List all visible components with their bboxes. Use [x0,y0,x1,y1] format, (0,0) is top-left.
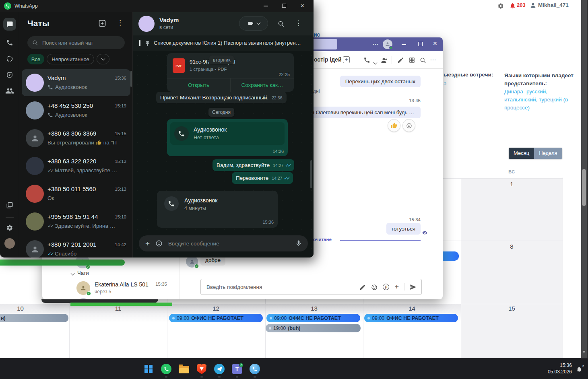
save-as-button[interactable]: Сохранить как… [231,78,294,92]
menu-kebab-icon[interactable]: ⋮ [117,19,124,27]
search-icon[interactable] [420,56,426,64]
nav-chats-icon[interactable] [3,18,16,31]
calendar-event[interactable]: 09:00ОФИС НЕ РАБОТАЕТ [266,314,360,322]
compose-icon[interactable] [397,56,404,64]
calendar-date[interactable]: 1 [461,181,563,187]
calendar-date[interactable]: 13 [265,305,363,312]
apps-grid-icon[interactable] [409,56,415,64]
nav-channels-icon[interactable] [6,71,13,78]
conversation-header[interactable]: Vadym в сети ⋮ [133,12,314,35]
avatar[interactable]: ✓ [76,281,90,295]
calendar-cell-weekend[interactable] [461,304,563,358]
month-view-button[interactable]: Месяц [509,148,534,159]
taskbar-whatsapp-icon[interactable] [158,359,174,379]
call-icon[interactable] [363,56,370,64]
calendar-date[interactable]: 15 [461,305,563,312]
thumbs-up-reaction[interactable] [388,119,400,132]
minimize-button[interactable] [402,44,406,45]
notifications-bell-icon[interactable] [510,2,516,9]
nav-communities-icon[interactable] [5,87,14,95]
notification-count[interactable]: 203 [517,2,526,8]
start-button[interactable] [140,359,157,379]
whatsapp-titlebar[interactable]: WhatsApp ✕ [0,0,314,12]
do-not-disturb-bell-icon[interactable]: z [576,365,582,373]
calendar-cell-weekend[interactable] [461,241,563,304]
calendar-cell-weekend[interactable] [461,178,563,241]
calendar-date[interactable]: 14 [363,305,461,312]
user-icon[interactable] [530,2,536,9]
video-call-button[interactable] [239,16,268,31]
chat-list-item[interactable]: +995 598 15 91 44 15:10 ✓✓Здравствуйте, … [22,208,130,235]
system-clock[interactable]: 15:36 05.03.2026 [548,363,572,375]
taskbar-brave-icon[interactable] [194,359,210,379]
send-icon[interactable] [410,283,417,290]
message-outgoing[interactable]: н Олегович перекинь цей сап мені будь ла… [307,107,421,118]
field-link-partial[interactable]: а [444,80,447,87]
nav-calls-icon[interactable] [6,39,13,46]
add-tab-icon[interactable]: + [343,56,350,63]
chat-list-item[interactable]: +380 63 322 8220 15:13 ✓✓Матвей, здравст… [22,152,130,179]
format-icon[interactable] [359,283,366,290]
close-button[interactable]: ✕ [433,40,437,47]
page-scrollbar-thumb[interactable] [582,169,586,206]
add-person-icon[interactable] [381,56,388,64]
open-button[interactable]: Открыть [167,78,231,92]
nav-media-icon[interactable] [6,201,13,209]
filter-unread[interactable]: Непрочитанное [47,54,94,64]
calendar-date[interactable]: 11 [69,305,167,312]
nav-settings-icon[interactable] [6,224,13,231]
message-outgoing[interactable]: Перезвоните14:27 ✓✓ [232,172,293,184]
nav-status-icon[interactable] [6,55,13,62]
chat-list-item[interactable]: +380 97 201 2001 14:42 ✓✓Спасибо [22,236,130,257]
menu-kebab-icon[interactable]: ⋮ [295,19,302,27]
calendar-event[interactable]: н) [0,314,68,322]
loop-icon[interactable]: p [383,284,389,290]
add-reaction-icon[interactable] [402,119,415,132]
chat-scrollbar-thumb[interactable] [310,160,312,188]
calendar-date[interactable]: 8 [461,243,563,250]
scrollbar-down-arrow[interactable] [582,351,586,353]
teams-profile-avatar[interactable] [383,39,392,49]
taskbar-explorer-icon[interactable] [176,359,192,379]
attach-plus-icon[interactable]: + [145,240,150,247]
outgoing-call-message[interactable]: Аудиозвонок Нет ответа 14:26 [167,119,288,156]
chevron-down-icon[interactable] [374,58,377,66]
emoji-icon[interactable] [371,283,378,290]
maximize-button[interactable] [418,42,423,46]
chat-item-name[interactable]: Ekaterina Alla LS 501 [95,281,149,288]
taskbar-teams-icon[interactable]: T✓ [229,359,245,379]
filter-all[interactable]: Все [27,54,44,64]
calendar-event[interactable]: 19:00(buh) [266,324,361,332]
chat-list-item[interactable]: +380 50 011 5560 15:13 Ок [22,180,130,207]
chat-list-item[interactable]: +380 63 306 3369 15:15 Вы отреагировалин… [22,125,130,152]
calendar-event[interactable]: 09:00ОФИС НЕ РАБОТАЕТ [169,314,263,322]
username[interactable]: Mikhail_471 [538,2,569,8]
calendar-date[interactable]: 10 [0,305,69,312]
more-icon[interactable]: … [430,55,436,62]
search-in-chat-icon[interactable] [278,20,285,27]
chat-list-item[interactable]: +48 452 530 250 15:19 Аудиозвонок [22,97,130,124]
teams-message-input[interactable]: Введіть повідомлення p + [200,279,422,295]
pinned-message-bar[interactable]: Список документов Юлия 1) Паспорта заяви… [133,35,314,51]
taskbar-phone-app-icon[interactable] [247,359,263,379]
calendar-date[interactable]: 12 [167,305,265,312]
message-incoming[interactable]: Привет Михаил! Возвращаю подписанный.22:… [156,92,287,103]
minimize-button[interactable] [264,6,268,6]
new-chat-icon[interactable] [98,19,106,27]
settings-gear-icon[interactable] [497,2,504,9]
list-scrollbar-thumb[interactable] [130,71,132,87]
contact-avatar[interactable] [138,16,155,32]
sticker-icon[interactable] [155,240,163,247]
section-chats[interactable]: Чати [71,270,89,276]
week-view-button[interactable]: Неделя [534,148,562,159]
taskbar-telegram-icon[interactable] [211,359,227,379]
search-input[interactable]: Поиск или новый чат [27,36,125,49]
chat-list-item[interactable]: Vadym 15:36 Аудиозвонок [22,69,130,96]
incoming-call-message[interactable]: Аудиозвонок 4 минуты 15:36 [157,191,278,228]
close-button[interactable]: ✕ [300,3,305,9]
tab-ideas-space[interactable]: остір ідей [314,56,342,63]
titlebar-more-icon[interactable]: … [372,39,379,46]
nav-profile-avatar[interactable] [4,238,15,249]
filter-more-chevron[interactable] [97,54,109,64]
calendar-event[interactable]: 09:00ОФИС НЕ РАБОТАЕТ [364,314,458,322]
